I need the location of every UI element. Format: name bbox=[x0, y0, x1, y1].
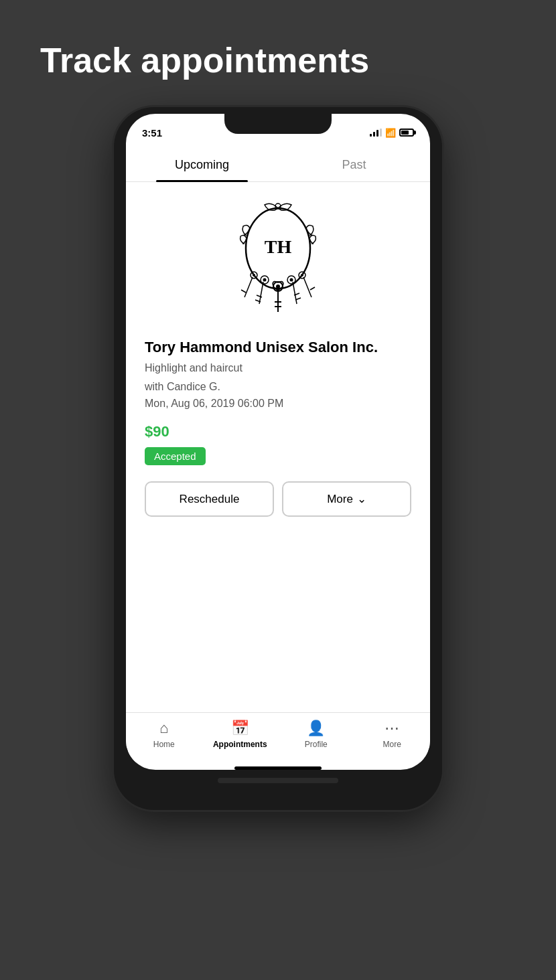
calendar-icon: 📅 bbox=[231, 720, 249, 737]
chevron-down-icon: ⌄ bbox=[357, 492, 366, 506]
page-title: Track appointments bbox=[0, 40, 369, 80]
nav-item-home[interactable]: ⌂ Home bbox=[126, 720, 202, 749]
signal-icon bbox=[370, 129, 382, 137]
tab-bar: Upcoming Past bbox=[126, 149, 430, 182]
notch bbox=[224, 114, 332, 134]
status-badge: Accepted bbox=[145, 447, 206, 465]
provider-info: with Candice G. bbox=[145, 379, 411, 395]
svg-point-24 bbox=[301, 274, 303, 276]
svg-line-8 bbox=[259, 282, 263, 304]
action-buttons: Reschedule More ⌄ bbox=[145, 481, 411, 517]
svg-point-15 bbox=[290, 278, 293, 282]
phone-screen: 3:51 📶 Upcoming Past bbox=[126, 114, 430, 770]
nav-item-profile[interactable]: 👤 Profile bbox=[278, 720, 354, 749]
svg-line-25 bbox=[310, 287, 315, 290]
phone-bottom-bar bbox=[218, 778, 338, 783]
appointment-price: $90 bbox=[145, 423, 411, 440]
tab-upcoming[interactable]: Upcoming bbox=[126, 149, 278, 181]
svg-point-20 bbox=[253, 274, 255, 276]
more-dots-icon: ⋯ bbox=[385, 720, 399, 737]
nav-label-more: More bbox=[383, 740, 401, 749]
salon-logo: TH bbox=[145, 198, 411, 325]
svg-line-22 bbox=[303, 277, 311, 297]
svg-text:TH: TH bbox=[265, 236, 292, 257]
home-icon: ⌂ bbox=[159, 720, 168, 737]
appointment-date: Mon, Aug 06, 2019 06:00 PM bbox=[145, 398, 411, 410]
appointment-card: TH bbox=[126, 182, 430, 712]
nav-label-appointments: Appointments bbox=[213, 740, 267, 749]
svg-line-13 bbox=[293, 282, 297, 304]
svg-line-21 bbox=[241, 290, 246, 293]
person-icon: 👤 bbox=[307, 720, 325, 737]
status-icons: 📶 bbox=[370, 128, 414, 138]
nav-label-profile: Profile bbox=[305, 740, 328, 749]
wifi-icon: 📶 bbox=[385, 128, 396, 138]
svg-line-18 bbox=[245, 277, 253, 297]
svg-point-10 bbox=[263, 278, 267, 282]
bottom-nav: ⌂ Home 📅 Appointments 👤 Profile ⋯ More bbox=[126, 712, 430, 762]
nav-item-more[interactable]: ⋯ More bbox=[354, 720, 431, 749]
service-info: Highlight and haircut bbox=[145, 360, 411, 376]
home-indicator bbox=[234, 766, 322, 770]
salon-name: Tory Hammond Unisex Salon Inc. bbox=[145, 339, 411, 356]
nav-label-home: Home bbox=[153, 740, 175, 749]
svg-point-5 bbox=[276, 284, 280, 289]
reschedule-button[interactable]: Reschedule bbox=[145, 481, 274, 517]
nav-item-appointments[interactable]: 📅 Appointments bbox=[202, 720, 279, 749]
phone-shell: 3:51 📶 Upcoming Past bbox=[114, 107, 442, 810]
battery-icon bbox=[399, 129, 414, 137]
tab-past[interactable]: Past bbox=[278, 149, 430, 181]
status-time: 3:51 bbox=[142, 127, 162, 139]
more-button[interactable]: More ⌄ bbox=[282, 481, 411, 517]
